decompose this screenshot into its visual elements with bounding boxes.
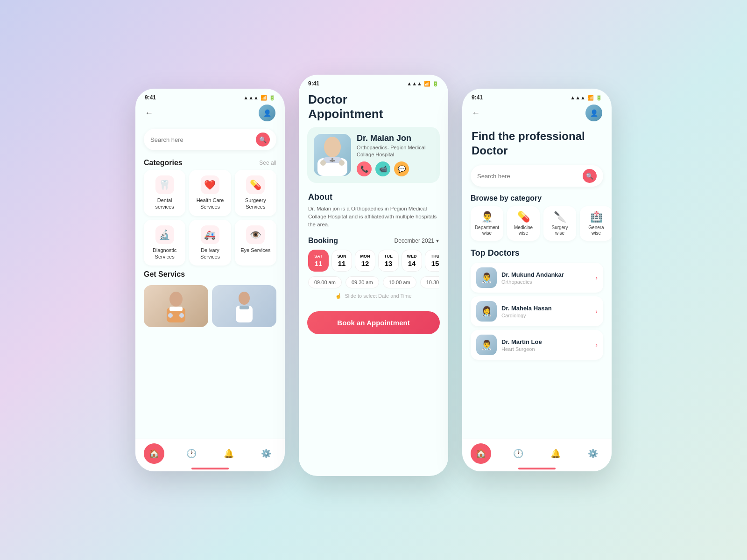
dr-avatar-1: 👩‍⚕️ xyxy=(476,301,497,322)
doctor-row-0[interactable]: 👨‍⚕️ Dr. Mukund Andankar Orthopaedics › xyxy=(471,263,603,293)
doctor-card: Dr. Malan Jon Orthopaedics- Pegion Medic… xyxy=(307,127,440,183)
svg-point-4 xyxy=(179,313,184,318)
nav-gear-left[interactable]: ⚙️ xyxy=(256,443,276,464)
slide-hint: ☝️ Slide to select Date and Time xyxy=(308,288,439,304)
doctor-row-2[interactable]: 👨‍⚕️ Dr. Martin Loe Heart Surgeon › xyxy=(471,330,603,360)
services-title: Get Servics xyxy=(144,270,185,279)
battery-icon: 🔋 xyxy=(269,95,275,101)
search-bar-right[interactable]: 🔍 xyxy=(471,165,603,187)
about-section: About Dr. Malan jon is a Orthopaedics in… xyxy=(299,189,448,233)
search-input-right[interactable] xyxy=(477,173,583,180)
nav-gear-right[interactable]: ⚙️ xyxy=(583,443,603,464)
browse-surgery[interactable]: 🔪 Surgery wise xyxy=(543,206,576,241)
avatar-left[interactable]: 👤 xyxy=(259,105,275,121)
doctor-header: Doctor Appointment xyxy=(299,89,448,121)
find-title: Find the professional Doctor xyxy=(462,125,612,161)
right-phone: 9:41 ▲▲▲ 📶 🔋 ← 👤 Find the professional D… xyxy=(462,89,612,471)
video-button[interactable]: 📹 xyxy=(375,161,390,176)
time-center: 9:41 xyxy=(308,80,319,87)
nav-home-right[interactable]: 🏠 xyxy=(471,443,491,464)
category-healthcare[interactable]: ❤️ Health Care Services xyxy=(189,170,231,216)
time-slot-1[interactable]: 09.30 am xyxy=(345,276,379,288)
services-header: Get Servics xyxy=(135,266,285,281)
time-slot-3[interactable]: 10.30 am xyxy=(420,276,439,288)
category-delivery[interactable]: 🚑 Delivary Services xyxy=(189,220,231,266)
home-indicator-right xyxy=(518,468,556,469)
browse-medicine[interactable]: 💊 Medicine wise xyxy=(507,206,540,241)
category-surgery[interactable]: 💊 Surgeery Services xyxy=(235,170,276,216)
back-button-right[interactable]: ← xyxy=(472,108,480,118)
time-slot-0[interactable]: 09.00 am xyxy=(308,276,342,288)
date-scroll: SAT 11 SUN 11 MON 12 TUE 13 WED 14 xyxy=(308,250,439,272)
search-bar-left[interactable]: 🔍 xyxy=(144,129,276,150)
chevron-right-0: › xyxy=(595,274,598,281)
nav-bell-right[interactable]: 🔔 xyxy=(545,443,566,464)
department-icon: 👨‍⚕️ xyxy=(481,211,493,223)
date-item-0[interactable]: SAT 11 xyxy=(308,250,329,272)
delivery-label: Delivary Services xyxy=(193,247,227,260)
doctor-actions: 📞 📹 💬 xyxy=(357,161,433,176)
search-button-right[interactable]: 🔍 xyxy=(583,169,597,183)
time-slot-2[interactable]: 10.00 am xyxy=(383,276,416,288)
chevron-down-icon: ▾ xyxy=(436,238,439,244)
date-item-5[interactable]: THU 15 xyxy=(425,250,439,272)
nav-bell-left[interactable]: 🔔 xyxy=(218,443,239,464)
book-appointment-button[interactable]: Book an Appointment xyxy=(307,311,440,334)
browse-general[interactable]: 🏥 Genera wise xyxy=(580,206,612,241)
center-phone: 9:41 ▲▲▲ 📶 🔋 Doctor Appointment xyxy=(299,75,448,476)
doctor-specialty: Orthopaedics- Pegion Medical Collage Hos… xyxy=(357,144,433,158)
dr-name-2: Dr. Martin Loe xyxy=(501,338,595,345)
battery-icon-r: 🔋 xyxy=(596,95,602,101)
general-icon: 🏥 xyxy=(590,211,603,223)
see-all-link[interactable]: See all xyxy=(259,160,276,166)
dr-specialty-0: Orthopaedics xyxy=(501,279,595,285)
dr-specialty-2: Heart Surgeon xyxy=(501,346,595,352)
date-item-2[interactable]: MON 12 xyxy=(355,250,375,272)
doctor-name: Dr. Malan Jon xyxy=(357,133,433,143)
booking-header: Booking December 2021 ▾ xyxy=(308,237,439,245)
back-button-left[interactable]: ← xyxy=(145,108,153,118)
battery-icon-c: 🔋 xyxy=(432,81,439,87)
status-icons-center: ▲▲▲ 📶 🔋 xyxy=(407,81,439,87)
date-item-3[interactable]: TUE 13 xyxy=(378,250,399,272)
doctor-row-1[interactable]: 👩‍⚕️ Dr. Mahela Hasan Cardiology › xyxy=(471,296,603,326)
bottom-nav-right: 🏠 🕐 🔔 ⚙️ xyxy=(462,439,612,471)
doctor-image xyxy=(212,285,276,327)
doctor-photo xyxy=(314,134,351,176)
left-phone: 9:41 ▲▲▲ 📶 🔋 ← 👤 🔍 Categories See all 🦷 … xyxy=(135,89,285,471)
dental-label: Dental services xyxy=(148,197,182,210)
browse-title: Browse by category xyxy=(471,194,603,203)
dental-icon: 🦷 xyxy=(155,175,174,194)
svg-point-3 xyxy=(168,313,173,318)
nav-home-left[interactable]: 🏠 xyxy=(144,443,164,464)
nav-clock-left[interactable]: 🕐 xyxy=(181,443,202,464)
nav-clock-right[interactable]: 🕐 xyxy=(508,443,529,464)
surgery-browse-icon: 🔪 xyxy=(554,211,566,223)
category-diagnostic[interactable]: 🔬 Diagnostic Services xyxy=(144,220,185,266)
svg-rect-14 xyxy=(331,158,333,162)
avatar-right[interactable]: 👤 xyxy=(585,105,602,121)
nav-bar-right: ← 👤 xyxy=(462,103,612,125)
category-dental[interactable]: 🦷 Dental services xyxy=(144,170,185,216)
search-input-left[interactable] xyxy=(150,136,256,143)
wifi-icon-r: 📶 xyxy=(587,95,594,101)
service-image-2[interactable] xyxy=(212,285,276,327)
call-button[interactable]: 📞 xyxy=(357,161,372,176)
eye-icon: 👁️ xyxy=(246,225,265,244)
date-item-1[interactable]: SUN 11 xyxy=(331,250,352,272)
wifi-icon-c: 📶 xyxy=(424,81,430,87)
booking-title: Booking xyxy=(308,237,338,245)
chat-button[interactable]: 💬 xyxy=(394,161,409,176)
dr-info-1: Dr. Mahela Hasan Cardiology xyxy=(501,305,595,318)
browse-department[interactable]: 👨‍⚕️ Department wise xyxy=(471,206,503,241)
date-item-4[interactable]: WED 14 xyxy=(402,250,422,272)
signal-icon: ▲▲▲ xyxy=(243,95,259,100)
service-image-1[interactable] xyxy=(144,285,208,327)
search-button-left[interactable]: 🔍 xyxy=(256,133,270,147)
medicine-icon: 💊 xyxy=(517,211,530,223)
page-title-center: Doctor Appointment xyxy=(308,92,439,121)
category-eye[interactable]: 👁️ Eye Services xyxy=(235,220,276,266)
nurse-image xyxy=(144,285,208,327)
month-selector[interactable]: December 2021 ▾ xyxy=(395,238,439,244)
status-icons-right: ▲▲▲ 📶 🔋 xyxy=(570,95,602,101)
